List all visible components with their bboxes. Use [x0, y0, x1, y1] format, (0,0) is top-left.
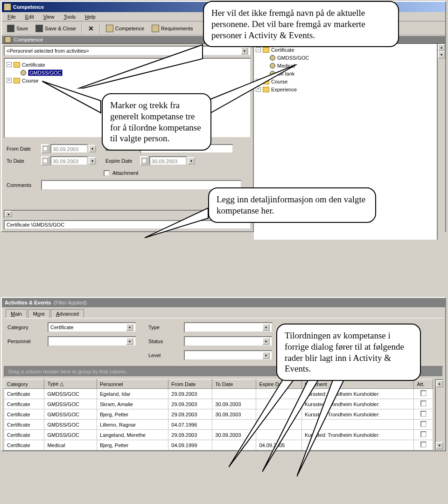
scroll-up-icon[interactable]: ▴ [438, 44, 445, 51]
menu-view[interactable]: View [40, 13, 58, 21]
att-checkbox[interactable] [420, 442, 427, 448]
dropdown-icon[interactable] [262, 338, 270, 345]
menu-tools[interactable]: Tools [60, 13, 79, 21]
collapse-icon[interactable]: − [256, 47, 261, 52]
window-title: Competence [13, 2, 44, 12]
scroll-left-icon[interactable]: ◂ [5, 211, 12, 217]
menu-edit[interactable]: Edit [21, 13, 38, 21]
grid-v-scrollbar[interactable]: ▴ ▾ [435, 379, 443, 450]
person-icon [152, 25, 159, 32]
folder-icon [14, 78, 20, 83]
svg-marker-5 [209, 64, 297, 114]
separator [99, 23, 100, 34]
scroll-up-icon[interactable]: ▴ [436, 380, 443, 387]
tab-more[interactable]: More [28, 309, 50, 318]
from-date-field[interactable]: 30.09.2003 [50, 144, 88, 153]
v-scrollbar[interactable]: ▴ ▾ [437, 44, 445, 240]
tab-advanced[interactable]: Advanced [51, 309, 84, 318]
menu-file[interactable]: File [4, 13, 20, 21]
tree-node-certificate[interactable]: Certificate [22, 62, 45, 68]
folder-icon [14, 62, 20, 68]
collapse-icon[interactable]: − [7, 62, 12, 67]
svg-marker-9 [297, 369, 349, 476]
dropdown-icon[interactable] [241, 47, 248, 55]
to-date-label: To Date [7, 158, 41, 164]
dropdown-icon[interactable] [262, 352, 270, 359]
column-header[interactable]: From Date [168, 380, 212, 389]
type-label: Type [148, 324, 176, 330]
comments-label: Comments [7, 182, 41, 188]
disk-icon [7, 25, 14, 32]
personnel-label: Personnel [7, 338, 40, 344]
requirements-button[interactable]: Requirements [148, 23, 196, 34]
attachment-label: Attachment [112, 170, 139, 176]
ae-tabs: Main More Advanced [2, 307, 445, 318]
svg-rect-1 [43, 159, 48, 163]
expand-icon[interactable]: + [7, 78, 12, 83]
dropdown-icon[interactable] [126, 324, 133, 331]
scroll-down-icon[interactable]: ▾ [438, 51, 445, 59]
column-header[interactable]: Type △ [44, 380, 97, 389]
attachment-checkbox[interactable] [104, 170, 110, 176]
to-date-field[interactable]: 30.09.2003 [50, 156, 88, 166]
status-combo[interactable] [184, 336, 273, 346]
column-header[interactable]: Personnel [97, 380, 168, 389]
level-combo[interactable] [184, 350, 273, 360]
ae-header: Activities & Events (Filter Applied) [2, 298, 445, 307]
save-close-button[interactable]: Save & Close [32, 23, 79, 34]
app-icon [4, 3, 11, 11]
level-label: Level [148, 352, 176, 358]
type-combo[interactable] [184, 322, 273, 332]
svg-marker-6 [145, 208, 208, 238]
expire-date-label: Expire Date [105, 158, 140, 164]
expire-date-field[interactable]: 30.09.2003 [149, 156, 187, 166]
tree-node[interactable]: GMDSS/GOC [277, 55, 309, 61]
dropdown-icon[interactable] [89, 157, 96, 165]
dropdown-icon[interactable] [89, 145, 96, 152]
calendar-icon[interactable] [41, 156, 49, 166]
scroll-down-icon[interactable]: ▾ [436, 442, 443, 449]
dropdown-icon[interactable] [262, 324, 270, 331]
att-checkbox[interactable] [420, 400, 427, 407]
svg-marker-4 [42, 81, 101, 113]
callout-4: Tilordningen av kompetanse i forrige dia… [276, 324, 421, 381]
column-header[interactable]: Category [4, 380, 44, 389]
callout-3: Legg inn detaljinformasjon om den valgte… [208, 187, 376, 223]
disk-icon [35, 25, 43, 32]
person-icon [21, 70, 26, 76]
dropdown-icon[interactable] [188, 157, 195, 165]
separator [82, 23, 83, 34]
panel-icon [5, 36, 11, 43]
save-button[interactable]: Save [4, 23, 31, 34]
att-checkbox[interactable] [420, 431, 427, 437]
competence-button[interactable]: Competence [103, 23, 147, 34]
svg-rect-0 [43, 146, 48, 151]
dropdown-icon[interactable] [126, 338, 133, 345]
close-button[interactable]: ✕ [85, 23, 97, 34]
calendar-icon[interactable] [140, 156, 148, 166]
personnel-combo[interactable] [48, 336, 136, 346]
category-combo[interactable]: Certificate [48, 322, 136, 332]
from-date-label: From Date [7, 146, 41, 152]
svg-rect-2 [142, 159, 147, 163]
calendar-icon[interactable] [41, 144, 49, 153]
callout-1: Her vil det ikke fremgå navn på de aktue… [203, 1, 399, 47]
category-label: Category [7, 324, 40, 330]
att-checkbox[interactable] [420, 390, 427, 396]
menu-help[interactable]: Help [81, 13, 99, 21]
tree-node[interactable]: Certificate [271, 47, 294, 53]
callout-2: Marker og trekk fra generelt kompetanse … [102, 93, 211, 151]
tab-main[interactable]: Main [6, 309, 27, 318]
status-label: Status [148, 338, 176, 344]
att-checkbox[interactable] [420, 411, 427, 417]
folder-icon [263, 47, 269, 53]
column-header[interactable]: Att. [414, 380, 433, 389]
tree-node-course[interactable]: Course [22, 78, 38, 83]
person-icon [106, 25, 113, 32]
att-checkbox[interactable] [420, 421, 427, 427]
person-icon [270, 55, 275, 61]
